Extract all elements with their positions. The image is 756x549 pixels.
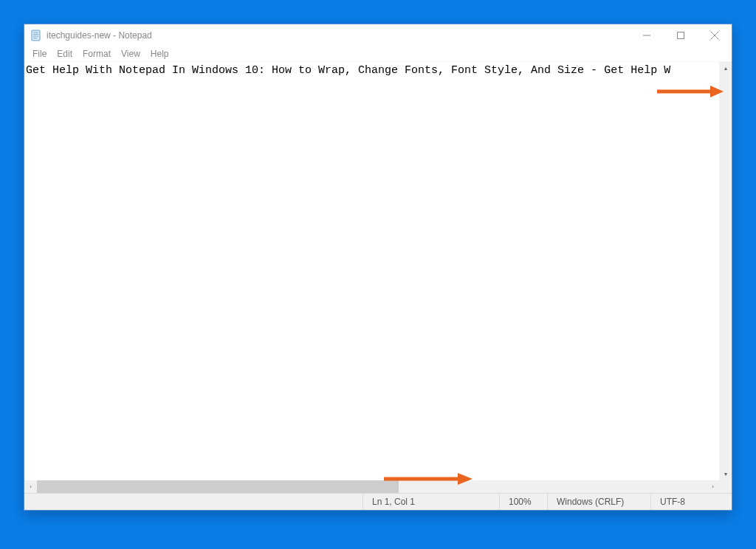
horizontal-scrollbar[interactable]: ‹ ›: [24, 480, 719, 493]
svg-rect-0: [32, 30, 40, 41]
minimize-button[interactable]: [630, 24, 664, 46]
maximize-button[interactable]: [664, 24, 698, 46]
status-line-ending: Windows (CRLF): [547, 494, 650, 510]
titlebar: itechguides-new - Notepad: [24, 24, 732, 46]
close-button[interactable]: [698, 24, 732, 46]
scroll-up-button[interactable]: ▴: [719, 62, 732, 75]
menu-file[interactable]: File: [27, 47, 52, 61]
scroll-corner: [719, 480, 732, 493]
vertical-scrollbar[interactable]: ▴ ▾: [719, 62, 732, 480]
svg-rect-6: [678, 32, 684, 39]
scroll-left-button[interactable]: ‹: [24, 480, 37, 493]
status-position: Ln 1, Col 1: [362, 494, 499, 510]
menubar: File Edit Format View Help: [24, 46, 732, 62]
menu-help[interactable]: Help: [145, 47, 174, 61]
window-title: itechguides-new - Notepad: [47, 30, 630, 41]
window-controls: [630, 24, 732, 46]
horizontal-scroll-row: ‹ ›: [24, 480, 732, 493]
text-editor[interactable]: Get Help With Notepad In Windows 10: How…: [24, 62, 719, 480]
horizontal-scroll-track[interactable]: [37, 480, 707, 493]
menu-edit[interactable]: Edit: [52, 47, 78, 61]
status-encoding: UTF-8: [650, 494, 732, 510]
content-area: Get Help With Notepad In Windows 10: How…: [24, 62, 732, 480]
notepad-window: itechguides-new - Notepad File Edit Form…: [24, 24, 732, 511]
status-zoom: 100%: [499, 494, 547, 510]
scroll-right-button[interactable]: ›: [707, 480, 719, 493]
menu-format[interactable]: Format: [78, 47, 116, 61]
notepad-icon: [30, 30, 42, 41]
statusbar: Ln 1, Col 1 100% Windows (CRLF) UTF-8: [24, 493, 732, 510]
menu-view[interactable]: View: [116, 47, 145, 61]
scroll-down-button[interactable]: ▾: [719, 468, 732, 480]
horizontal-scroll-thumb[interactable]: [37, 480, 399, 493]
vertical-scroll-track[interactable]: [719, 75, 732, 468]
